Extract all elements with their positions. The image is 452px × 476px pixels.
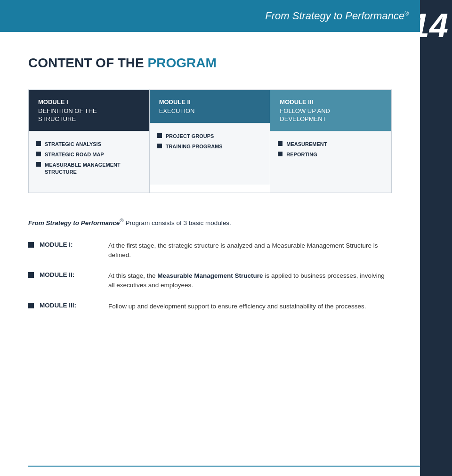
module-3-header: MODULE III FOLLOW UP andDEVELOPMENT (270, 90, 391, 131)
page-title: CONTENT of the PROGRAM (28, 56, 392, 71)
right-sidebar: 14 (420, 0, 452, 476)
item-text: MEASURABLE MANAGEMENT STRUCTURE (45, 161, 142, 175)
bullet-icon (278, 141, 282, 146)
list-item: MEASURABLE MANAGEMENT STRUCTURE (36, 161, 142, 175)
item-text: MEASUREMENT (286, 141, 384, 147)
module-col-2: MODULE II EXECUTION PROJECT GROUPS TRAIN… (150, 90, 271, 193)
desc-item-2: MODULE II: At this stage, the Measurable… (28, 271, 392, 290)
module-col-3: MODULE III FOLLOW UP andDEVELOPMENT MEAS… (270, 90, 391, 193)
module-3-items: MEASUREMENT REPORTING (270, 131, 391, 193)
header-bar: From Strategy to Performance® (0, 0, 420, 32)
item-text: STRATEGIC ROAD MAP (45, 151, 142, 158)
module-col-1: MODULE I DEFINITION of theSTRUCTURE STRA… (29, 90, 150, 193)
module-2-title: EXECUTION (159, 107, 261, 115)
bullet-icon (278, 152, 282, 156)
list-item: STRATEGIC ANALYSIS (36, 141, 142, 147)
item-text: STRATEGIC ANALYSIS (45, 141, 142, 147)
bullet-icon (157, 133, 162, 138)
module-1-header: MODULE I DEFINITION of theSTRUCTURE (29, 90, 149, 131)
bullet-icon (36, 162, 41, 167)
module-2-items: PROJECT GROUPS TRAINING PROGRAMS (150, 123, 270, 185)
desc-text-1: At the first stage, the strategic struct… (108, 241, 392, 260)
module-3-number: MODULE III (280, 98, 382, 105)
desc-text-2: At this stage, the Measurable Management… (108, 271, 392, 290)
bullet-icon (28, 242, 34, 248)
item-text: REPORTING (286, 151, 384, 158)
list-item: MEASUREMENT (278, 141, 384, 147)
module-2-number: MODULE II (159, 98, 261, 105)
list-item: PROJECT GROUPS (157, 133, 263, 139)
desc-label-2: MODULE II: (40, 271, 101, 278)
bullet-icon (28, 272, 34, 278)
list-item: TRAINING PROGRAMS (157, 143, 263, 150)
desc-text-3: Follow up and development support to ens… (108, 302, 392, 311)
module-1-items: STRATEGIC ANALYSIS STRATEGIC ROAD MAP ME… (29, 131, 149, 193)
desc-item-1: MODULE I: At the first stage, the strate… (28, 241, 392, 260)
list-item: REPORTING (278, 151, 384, 158)
item-text: PROJECT GROUPS (166, 133, 263, 139)
bottom-line (28, 466, 420, 467)
bullet-icon (36, 141, 41, 146)
bullet-icon (157, 144, 162, 148)
main-content: CONTENT of the PROGRAM MODULE I DEFINITI… (0, 32, 420, 476)
desc-label-3: MODULE III: (40, 302, 101, 309)
desc-item-3: MODULE III: Follow up and development su… (28, 302, 392, 311)
module-3-title: FOLLOW UP andDEVELOPMENT (280, 107, 382, 123)
description-list: MODULE I: At the first stage, the strate… (28, 241, 392, 311)
module-2-header: MODULE II EXECUTION (150, 90, 270, 123)
bullet-icon (36, 152, 41, 156)
description-intro: From Strategy to Performance® Program co… (28, 217, 392, 228)
item-text: TRAINING PROGRAMS (166, 143, 263, 150)
desc-label-1: MODULE I: (40, 241, 101, 248)
modules-grid: MODULE I DEFINITION of theSTRUCTURE STRA… (28, 89, 392, 193)
bullet-icon (28, 303, 34, 308)
module-1-number: MODULE I (38, 98, 140, 105)
list-item: STRATEGIC ROAD MAP (36, 151, 142, 158)
header-title: From Strategy to Performance® (265, 10, 409, 22)
module-1-title: DEFINITION of theSTRUCTURE (38, 107, 140, 123)
